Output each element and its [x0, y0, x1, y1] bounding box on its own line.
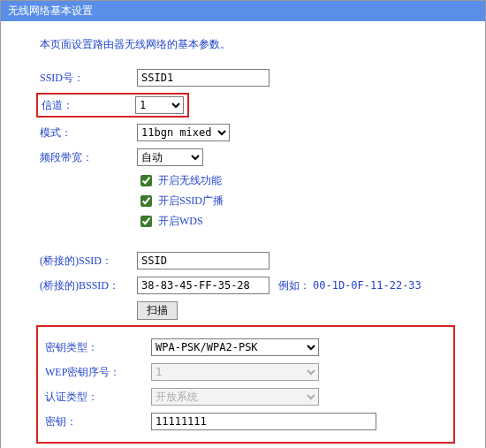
row-keytype: 密钥类型： WPA-PSK/WPA2-PSK — [45, 338, 450, 357]
mode-select[interactable]: 11bgn mixed — [137, 124, 230, 141]
scan-button[interactable]: 扫描 — [137, 301, 178, 320]
window-titlebar: 无线网络基本设置 — [0, 0, 486, 21]
bridged-ssid-input[interactable] — [137, 252, 270, 270]
keytype-select[interactable]: WPA-PSK/WPA2-PSK — [151, 338, 319, 356]
row-key: 密钥： — [45, 412, 450, 431]
row-bridged-ssid: (桥接的)SSID： — [40, 251, 482, 270]
enable-ssid-broadcast-checkbox[interactable] — [140, 195, 152, 207]
ssid-input[interactable] — [137, 69, 270, 87]
label-ssid: SSID号： — [40, 71, 137, 86]
label-keytype: 密钥类型： — [45, 340, 151, 355]
label-bandwidth: 频段带宽： — [40, 150, 137, 165]
window-title: 无线网络基本设置 — [8, 4, 93, 17]
label-auth-type: 认证类型： — [45, 390, 151, 405]
label-key: 密钥： — [45, 414, 151, 429]
label-bridged-ssid: (桥接的)SSID： — [40, 254, 137, 269]
settings-panel: 本页面设置路由器无线网络的基本参数。 SSID号： 信道： 1 模式： 11bg… — [0, 21, 486, 448]
bandwidth-select[interactable]: 自动 — [137, 148, 203, 166]
row-enable-wireless: 开启无线功能 — [137, 172, 482, 189]
bssid-example: 例如： 00-1D-0F-11-22-33 — [278, 278, 421, 293]
enable-wds-checkbox[interactable] — [140, 216, 152, 227]
enable-wireless-checkbox[interactable] — [140, 175, 152, 186]
enable-wds-label: 开启WDS — [158, 214, 203, 229]
row-ssid: SSID号： — [40, 68, 482, 87]
bridged-bssid-input[interactable] — [137, 277, 270, 294]
row-wep-index: WEP密钥序号： 1 — [45, 362, 450, 382]
key-input[interactable] — [151, 413, 376, 430]
row-mode: 模式： 11bgn mixed — [40, 123, 482, 142]
row-channel-highlight: 信道： 1 — [36, 93, 189, 118]
row-auth-type: 认证类型： 开放系统 — [45, 387, 450, 406]
watermark-text: www.xiqb.com — [336, 444, 478, 448]
label-bridged-bssid: (桥接的)BSSID： — [40, 278, 137, 293]
label-mode: 模式： — [40, 125, 137, 140]
label-wep-index: WEP密钥序号： — [45, 365, 151, 380]
auth-type-select: 开放系统 — [151, 388, 319, 406]
row-bandwidth: 频段带宽： 自动 — [40, 148, 482, 167]
intro-text: 本页面设置路由器无线网络的基本参数。 — [40, 37, 482, 52]
row-enable-wds: 开启WDS — [137, 213, 482, 230]
label-channel: 信道： — [42, 98, 135, 113]
row-bridged-bssid: (桥接的)BSSID： 例如： 00-1D-0F-11-22-33 — [40, 276, 482, 295]
channel-select[interactable]: 1 — [135, 96, 184, 114]
row-scan: 扫描 — [40, 300, 482, 320]
enable-wireless-label: 开启无线功能 — [158, 173, 222, 188]
security-group-highlight: 密钥类型： WPA-PSK/WPA2-PSK WEP密钥序号： 1 认证类型： … — [36, 325, 455, 444]
enable-ssid-broadcast-label: 开启SSID广播 — [158, 194, 224, 209]
row-enable-ssid-broadcast: 开启SSID广播 — [137, 193, 482, 209]
wep-index-select: 1 — [151, 363, 319, 381]
